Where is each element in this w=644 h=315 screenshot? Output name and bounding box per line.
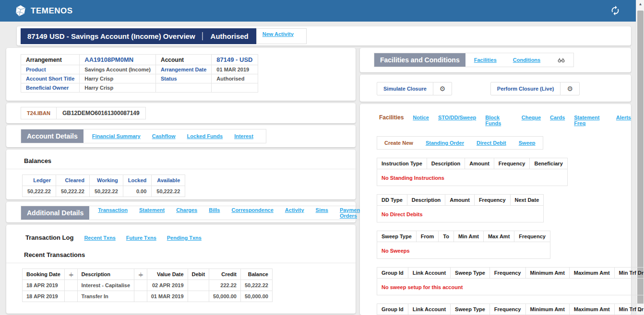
simulate-closure-button[interactable]: Simulate Closure ⚙ bbox=[377, 82, 452, 95]
create-new-title: Create New bbox=[384, 140, 413, 146]
transaction-log-header-row: Transaction Log Recent Txns Future Txns … bbox=[25, 234, 356, 241]
facilities-card: Facilities Notice STO/DD/Sweep Block Fun… bbox=[360, 104, 631, 315]
table-row: Product Savings Account (Income) Arrange… bbox=[21, 65, 258, 74]
sims-link[interactable]: Sims bbox=[316, 207, 328, 219]
future-txns-link[interactable]: Future Txns bbox=[126, 235, 156, 241]
facilities-links-row: Facilities Notice STO/DD/Sweep Block Fun… bbox=[379, 114, 631, 126]
standing-order-link[interactable]: Standing Order bbox=[426, 140, 464, 146]
facilities-link[interactable]: Facilities bbox=[474, 57, 497, 63]
product-value: Savings Account (Income) bbox=[80, 65, 156, 74]
status-badge: Authorised bbox=[202, 32, 256, 40]
recent-txns-link[interactable]: Recent Txns bbox=[84, 235, 115, 241]
debit-header: Debit bbox=[188, 269, 209, 280]
frequency-header: Frequency bbox=[474, 195, 510, 206]
brand[interactable]: TEMENOS bbox=[14, 5, 73, 17]
standing-instructions-table: Instruction Type Description Amount Freq… bbox=[377, 158, 568, 186]
credit-header: Credit bbox=[209, 269, 241, 280]
balances-title: Balances bbox=[6, 150, 356, 169]
empty-message: No Sweeps bbox=[377, 242, 550, 259]
arrangement-label: Arrangement bbox=[21, 55, 80, 65]
perform-closure-button[interactable]: Perform Closure (Live) ⚙ bbox=[490, 82, 580, 95]
account-details-card: Account Details Financial Summary Cashfl… bbox=[6, 125, 356, 147]
table-row: Ledger Cleared Working Locked Available bbox=[23, 175, 185, 186]
conditions-link[interactable]: Conditions bbox=[513, 57, 540, 63]
statement-freq-link[interactable]: Statement Freq bbox=[574, 115, 607, 126]
transaction-log-card: Transaction Log Recent Txns Future Txns … bbox=[6, 225, 356, 314]
recent-transactions-title: Recent Transactions bbox=[6, 241, 356, 263]
table-row: DD Type Description Amount Frequency Nex… bbox=[377, 195, 544, 206]
dd-type-header: DD Type bbox=[377, 195, 407, 206]
scrollbar-thumb[interactable] bbox=[637, 11, 644, 304]
description-cell: Transfer In bbox=[77, 291, 134, 302]
interest-link[interactable]: Interest bbox=[234, 133, 253, 139]
column-resize-icon[interactable]: ◂|▸ bbox=[134, 269, 147, 280]
page-title-box: 87149 USD - Savings Account (Income) Ove… bbox=[21, 28, 256, 44]
credit-cell: 50,000.00 bbox=[209, 291, 241, 302]
payment-orders-link[interactable]: Payment Orders bbox=[340, 207, 362, 219]
empty-message: No sweep setup for this account bbox=[377, 279, 644, 295]
cards-link[interactable]: Cards bbox=[550, 115, 565, 120]
account-id-link[interactable]: 87149 - USD bbox=[212, 55, 258, 65]
statement-link[interactable]: Statement bbox=[139, 207, 165, 219]
sweep-setup-table: Group Id Link Account Sweep Type Frequen… bbox=[377, 267, 644, 295]
additional-details-title: Additional Details bbox=[21, 206, 89, 220]
account-details-links: Financial Summary Cashflow Locked Funds … bbox=[83, 133, 266, 139]
sweeps-table: Sweep Type From To Min Amt Max Amt Frequ… bbox=[377, 231, 550, 259]
charges-link[interactable]: Charges bbox=[176, 207, 197, 219]
min-trf-dr-header: Min Trf Dr bbox=[614, 304, 644, 315]
gear-icon[interactable]: ⚙ bbox=[433, 82, 452, 95]
group-id-header: Group Id bbox=[377, 268, 408, 279]
facilities-title: Facilities bbox=[379, 114, 404, 121]
minimum-amt-header: Minimum Amt bbox=[525, 268, 569, 279]
sweep-type-header: Sweep Type bbox=[377, 231, 417, 242]
to-header: To bbox=[439, 231, 454, 242]
locked-funds-link[interactable]: Locked Funds bbox=[187, 133, 223, 139]
table-row: No Sweeps bbox=[377, 242, 550, 259]
sweep-type-header: Sweep Type bbox=[451, 304, 490, 315]
arrangement-id-link[interactable]: AA19108PM0MN bbox=[80, 55, 156, 65]
table-row: Group Id Link Account Sweep Type Frequen… bbox=[377, 304, 644, 315]
status-label: Status bbox=[155, 74, 211, 83]
scroll-up-icon[interactable]: ▲ bbox=[636, 0, 644, 8]
binoculars-icon[interactable] bbox=[558, 57, 565, 63]
table-row: Arrangement AA19108PM0MN Account 87149 -… bbox=[21, 55, 258, 65]
balance-cell: 50,000.00 bbox=[240, 291, 272, 302]
spacer-cell bbox=[64, 291, 77, 302]
available-value: 50,222.22 bbox=[152, 186, 185, 197]
value-date-header: Value Date bbox=[147, 269, 188, 280]
activity-link[interactable]: Activity bbox=[285, 207, 304, 219]
table-row: Booking Date ◂|▸ Description ◂|▸ Value D… bbox=[23, 269, 273, 280]
locked-value: 0.00 bbox=[123, 186, 152, 197]
column-resize-icon[interactable]: ◂|▸ bbox=[64, 269, 77, 280]
account-details-header-row: Account Details Financial Summary Cashfl… bbox=[21, 129, 266, 143]
closure-actions-card: Simulate Closure ⚙ Perform Closure (Live… bbox=[360, 75, 631, 102]
page: TEMENOS ▲ ▼ 87149 USD - Savings Account … bbox=[0, 0, 644, 315]
cheque-link[interactable]: Cheque bbox=[522, 115, 541, 120]
bills-link[interactable]: Bills bbox=[209, 207, 220, 219]
pending-txns-link[interactable]: Pending Txns bbox=[167, 235, 202, 241]
direct-debit-link[interactable]: Direct Debit bbox=[477, 140, 506, 146]
new-activity-link[interactable]: New Activity bbox=[262, 31, 294, 37]
arrangement-date-label: Arrangement Date bbox=[155, 65, 211, 74]
iban-value: GB12DEMO60161300087149 bbox=[56, 107, 145, 119]
page-title-card: 87149 USD - Savings Account (Income) Ove… bbox=[17, 26, 631, 46]
financial-summary-link[interactable]: Financial Summary bbox=[92, 133, 141, 139]
ledger-header: Ledger bbox=[23, 175, 56, 186]
cleared-header: Cleared bbox=[56, 175, 89, 186]
transaction-log-title: Transaction Log bbox=[25, 234, 73, 241]
sto-dd-sweep-link[interactable]: STO/DD/Sweep bbox=[438, 115, 476, 120]
transaction-link[interactable]: Transaction bbox=[98, 207, 128, 219]
notice-link[interactable]: Notice bbox=[413, 115, 429, 120]
next-date-header: Next Date bbox=[510, 195, 544, 206]
alerts-link[interactable]: Alerts bbox=[616, 115, 631, 120]
sweep-link[interactable]: Sweep bbox=[519, 140, 536, 146]
recent-transactions-table: Booking Date ◂|▸ Description ◂|▸ Value D… bbox=[22, 268, 273, 302]
gear-icon[interactable]: ⚙ bbox=[560, 82, 579, 95]
refresh-icon[interactable] bbox=[610, 5, 620, 18]
beneficial-owner-label: Beneficial Owner bbox=[21, 83, 80, 93]
table-row: Account Short Title Harry Crisp Status A… bbox=[21, 74, 258, 83]
block-funds-link[interactable]: Block Funds bbox=[485, 115, 513, 126]
empty-cell bbox=[155, 83, 211, 93]
correspondence-link[interactable]: Correspondence bbox=[231, 207, 273, 219]
cashflow-link[interactable]: Cashflow bbox=[152, 133, 176, 139]
